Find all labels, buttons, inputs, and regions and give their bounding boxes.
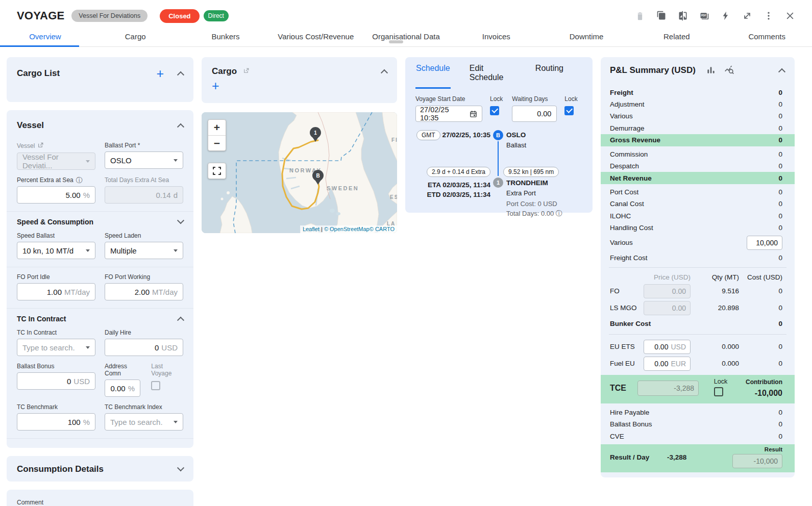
vessel-external-link-icon[interactable] [37, 142, 44, 150]
lsmgo-qty-value: 20.898 [691, 304, 739, 312]
collapse-cargo-list-icon[interactable] [177, 71, 184, 79]
svg-text:PDF: PDF [701, 14, 706, 17]
waiting-days-lock-checkbox[interactable] [564, 106, 574, 115]
pnl-row-label: ILOHC [610, 212, 631, 220]
various-cost-input[interactable]: 10,000 [747, 236, 782, 250]
osm-link[interactable]: © OpenStreetMap [324, 226, 370, 232]
pnl-row: Adjustment0 [601, 98, 795, 110]
fuel-table-header: Price (USD) Qty (MT) Cost (USD) [601, 271, 795, 283]
fo-port-idle-input[interactable]: 1.00MT/day [17, 283, 95, 300]
pnl-row-value: 0 [778, 136, 782, 144]
vessel-select[interactable]: Vessel For Deviati... [17, 153, 95, 170]
tab-overview[interactable]: Overview [0, 28, 90, 46]
ballast-bonus-input[interactable]: 0USD [17, 372, 95, 390]
voyage-map[interactable]: NORWAY SWEDEN DENM FI ES LA 1 B + − [202, 112, 397, 233]
tab-organisational-data[interactable]: Organisational Data [361, 28, 451, 46]
tab-bunkers[interactable]: Bunkers [181, 28, 271, 46]
port-consumption-section: FO Port Idle 1.00MT/day FO Port Working … [7, 267, 193, 300]
chevron-down-icon [174, 249, 178, 252]
tce-lock-checkbox[interactable] [714, 387, 723, 396]
delete-icon[interactable] [635, 11, 645, 21]
eu-ets-unit: USD [671, 343, 686, 351]
voyage-start-date-input[interactable]: 27/02/25 10:35 [415, 106, 482, 122]
chevron-down-icon [86, 160, 90, 163]
tc-contract-select[interactable]: Type to search. [17, 339, 95, 356]
percent-extra-value: 5.00 [65, 191, 80, 199]
map-zoom-out-button[interactable]: − [208, 135, 226, 150]
destination-total-days: Total Days: 0.00 [506, 210, 554, 217]
waiting-days-input[interactable]: 0.00 [512, 106, 557, 122]
cargo-external-link-icon[interactable] [243, 67, 250, 76]
last-voyage-label: Last Voyage [151, 363, 183, 377]
origin-port-name: OSLO [506, 131, 526, 139]
fuel-eu-cost: 0 [739, 360, 782, 367]
fuel-row-lsmgo: LS MGO 0.00 20.898 0 [601, 299, 795, 316]
info-icon[interactable]: ⓘ [76, 177, 83, 184]
map-canvas: NORWAY SWEDEN DENM FI ES LA 1 B [202, 112, 397, 233]
eu-ets-value: 0.00 [654, 343, 668, 351]
trend-analysis-icon[interactable] [724, 65, 734, 75]
eu-ets-input[interactable]: 0.00USD [644, 340, 691, 354]
tab-routing[interactable]: Routing [535, 57, 564, 89]
pnl-row-value: 0 [778, 188, 782, 196]
fo-port-working-input[interactable]: 2.00MT/day [105, 283, 183, 300]
tab-cargo[interactable]: Cargo [90, 28, 181, 46]
more-menu-icon[interactable] [764, 11, 774, 21]
pnl-row-value: 0 [778, 162, 782, 170]
leaflet-link[interactable]: Leaflet [303, 226, 319, 232]
tab-downtime[interactable]: Downtime [542, 28, 632, 46]
copy-icon[interactable] [656, 11, 667, 21]
consumption-details-panel: Consumption Details [7, 456, 193, 482]
tab-various-cost-revenue[interactable]: Various Cost/Revenue [270, 28, 361, 46]
pnl-row-value: 0 [778, 124, 782, 132]
tab-schedule[interactable]: Schedule [415, 57, 451, 89]
main-tabbar: Overview Cargo Bunkers Various Cost/Reve… [0, 28, 812, 47]
pdf-export-icon[interactable]: PDF [699, 11, 709, 21]
address-comn-input[interactable]: 0.00% [105, 380, 140, 397]
expand-icon[interactable] [742, 11, 752, 21]
add-cargo-button[interactable]: + [212, 81, 221, 91]
collapse-vessel-icon[interactable] [177, 123, 184, 131]
pnl-row-label: Adjustment [610, 100, 645, 108]
map-fullscreen-button[interactable] [208, 163, 226, 179]
tab-edit-schedule[interactable]: Edit Schedule [469, 57, 516, 89]
pnl-row: Ballast Bonus0 [601, 418, 795, 430]
destination-port-marker[interactable]: 1 [493, 178, 503, 188]
speed-ballast-select[interactable]: 10 kn, 10 MT/d [17, 242, 95, 259]
fo-port-idle-value: 1.00 [47, 288, 62, 296]
info-icon[interactable]: ⓘ [556, 210, 562, 217]
tab-comments[interactable]: Comments [722, 28, 812, 46]
collapse-speed-icon[interactable] [177, 217, 184, 224]
bar-chart-icon[interactable] [706, 65, 716, 75]
close-icon[interactable] [785, 11, 795, 21]
lsmgo-price-value: 0.00 [672, 304, 686, 312]
origin-port-marker[interactable]: B [493, 130, 503, 140]
daily-hire-input[interactable]: 0USD [105, 339, 183, 356]
fo-port-idle-unit: MT/day [64, 288, 90, 296]
quick-actions-icon[interactable] [721, 11, 731, 21]
pnl-row-net-revenue: Net Revenue0 [601, 172, 795, 184]
collapse-tc-icon[interactable] [177, 317, 184, 324]
start-date-lock-checkbox[interactable] [490, 106, 499, 115]
tab-related[interactable]: Related [631, 28, 722, 46]
collapse-consumption-icon[interactable] [177, 464, 184, 471]
collapse-cargo-icon[interactable] [381, 69, 388, 77]
ballast-port-select[interactable]: OSLO [105, 151, 183, 169]
speed-laden-select[interactable]: Multiple [105, 242, 183, 259]
fuel-eu-input[interactable]: 0.00EUR [644, 357, 691, 371]
collapse-pnl-icon[interactable] [778, 68, 785, 75]
calendar-icon[interactable] [469, 110, 478, 118]
compare-versions-icon[interactable] [678, 11, 688, 21]
panel-drag-handle[interactable] [389, 40, 403, 43]
add-cargo-list-button[interactable]: + [156, 68, 164, 79]
percent-extra-input[interactable]: 5.00% [17, 186, 95, 204]
pnl-row-fuel-eu: Fuel EU 0.00EUR 0.000 0 [601, 355, 795, 372]
last-voyage-checkbox[interactable] [151, 381, 160, 390]
tc-benchmark-input[interactable]: 100% [17, 413, 95, 431]
carto-link[interactable]: © CARTO [370, 226, 395, 232]
tce-label: TCE [610, 384, 637, 393]
tc-benchmark-index-select[interactable]: Type to search. [105, 413, 183, 431]
map-zoom-in-button[interactable]: + [208, 120, 226, 135]
pnl-row: Despatch0 [601, 160, 795, 172]
tab-invoices[interactable]: Invoices [451, 28, 542, 46]
